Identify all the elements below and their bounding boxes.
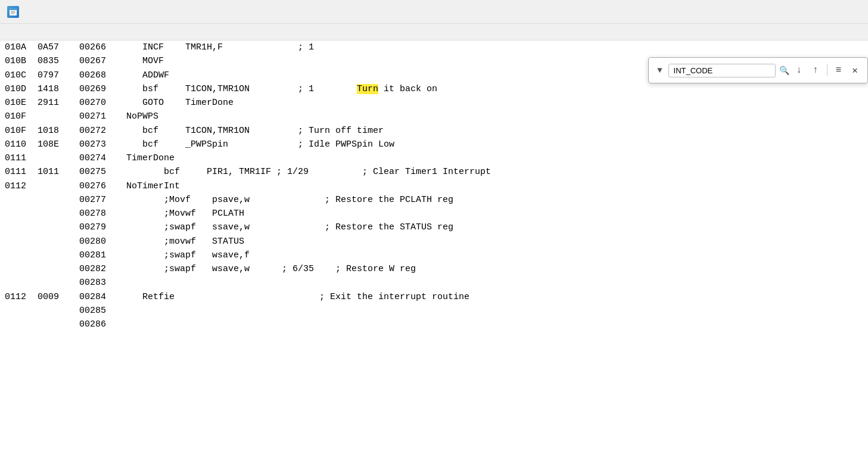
col-num: 00270 [79,96,121,110]
col-hex: 0009 [38,290,79,304]
col-hex: 2911 [38,96,79,110]
col-rest: ;Movf psave,w ; Restore the PCLATH reg [121,193,453,207]
table-row: 010E291100270 GOTO TimerDone [0,96,868,110]
code-container: 010A0A5700266 INCF TMR1H,F ; 1010B083500… [0,41,868,331]
find-next-button[interactable]: ↓ [793,63,806,77]
col-addr: 010A [5,41,38,54]
col-addr: 010F [5,110,38,123]
menu-edit[interactable] [14,31,26,33]
col-hex: 1011 [38,165,79,179]
col-num: 00266 [79,41,121,54]
find-prev-button[interactable]: ↑ [809,63,822,77]
col-addr: 0111 [5,165,38,179]
col-rest: bcf T1CON,TMR1ON ; Turn off timer [121,124,384,138]
col-num: 00279 [79,220,121,234]
code-editor: ▼ 🔍 ↓ ↑ ≡ ✕ 010A0A5700266 INCF TMR1H,F ;… [0,41,868,457]
col-rest: INCF TMR1H,F ; 1 [121,41,314,54]
col-addr: 010B [5,54,38,68]
menu-file[interactable] [2,31,14,33]
table-row: 0112000900284 Retfie ; Exit the interrup… [0,290,868,304]
col-addr: 010C [5,69,38,82]
col-rest: Retfie ; Exit the interrupt routine [121,290,469,304]
table-row: 0111101100275 bcf PIR1, TMR1IF ; 1/29 ; … [0,165,868,179]
col-rest: ;swapf wsave,f [121,248,250,262]
table-row: 00279 ;swapf ssave,w ; Restore the STATU… [0,220,868,234]
table-row: 00278 ;Movwf PCLATH [0,207,868,220]
col-hex: 0A57 [38,41,79,54]
col-num: 00284 [79,290,121,304]
table-row: 00282 ;swapf wsave,w ; 6/35 ; Restore W … [0,262,868,276]
find-chevron-icon[interactable]: ▼ [655,64,664,76]
col-hex: 0797 [38,69,79,82]
col-num: 00283 [79,276,121,290]
table-row: 00281 ;swapf wsave,f [0,248,868,262]
menu-view[interactable] [26,31,38,33]
col-rest: bcf PIR1, TMR1IF ; 1/29 ; Clear Timer1 I… [121,165,491,179]
col-rest: MOVF [121,54,164,68]
table-row: 011100274 TimerDone [0,151,868,165]
col-addr: 0112 [5,290,38,304]
highlighted-text: Turn [357,84,378,94]
find-bar: ▼ 🔍 ↓ ↑ ≡ ✕ [648,57,868,83]
table-row: 010F00271 NoPWPS [0,110,868,123]
col-num: 00280 [79,235,121,248]
find-input[interactable] [668,64,776,77]
col-num: 00273 [79,138,121,151]
find-close-button[interactable]: ✕ [848,63,861,78]
col-hex: 1018 [38,124,79,138]
col-hex: 0835 [38,54,79,68]
col-num: 00286 [79,318,121,331]
col-num: 00282 [79,262,121,276]
table-row: 011200276 NoTimerInt [0,179,868,193]
find-separator [827,64,827,76]
col-num: 00269 [79,82,121,96]
col-addr: 010E [5,96,38,110]
col-addr: 0110 [5,138,38,151]
col-rest: TimerDone [121,151,175,165]
table-row: 0110108E00273 bcf _PWPSpin ; Idle PWPSpi… [0,138,868,151]
col-addr: 010F [5,124,38,138]
title-bar [0,0,868,24]
col-num: 00285 [79,304,121,318]
table-row: 010F101800272 bcf T1CON,TMR1ON ; Turn of… [0,124,868,138]
col-rest: bsf T1CON,TMR1ON ; 1 Turn it back on [121,82,437,96]
table-row: 00286 [0,318,868,331]
table-row: 00277 ;Movf psave,w ; Restore the PCLATH… [0,193,868,207]
col-rest: bcf _PWPSpin ; Idle PWPSpin Low [121,138,394,151]
col-hex: 108E [38,138,79,151]
col-rest: ;swapf wsave,w ; 6/35 ; Restore W reg [121,262,416,276]
col-num: 00267 [79,54,121,68]
col-num: 00275 [79,165,121,179]
table-row: 00285 [0,304,868,318]
table-row: 00280 ;movwf STATUS [0,235,868,248]
col-num: 00274 [79,151,121,165]
col-rest: ;movwf STATUS [121,235,244,248]
col-rest: ;Movwf PCLATH [121,207,244,220]
table-row: 010A0A5700266 INCF TMR1H,F ; 1 [0,41,868,54]
col-num: 00272 [79,124,121,138]
col-rest: GOTO TimerDone [121,96,234,110]
col-num: 00268 [79,69,121,82]
col-num: 00281 [79,248,121,262]
col-rest: NoPWPS [121,110,158,123]
menu-bar [0,24,868,41]
app-icon [7,6,19,18]
find-search-icon: 🔍 [779,66,789,76]
col-addr: 0112 [5,179,38,193]
col-num: 00276 [79,179,121,193]
col-addr: 010D [5,82,38,96]
col-num: 00277 [79,193,121,207]
col-rest: ;swapf ssave,w ; Restore the STATUS reg [121,220,453,234]
col-hex: 1418 [38,82,79,96]
col-rest: ADDWF [121,69,169,82]
table-row: 00283 [0,276,868,290]
col-num: 00278 [79,207,121,220]
col-addr: 0111 [5,151,38,165]
find-options-button[interactable]: ≡ [832,63,845,77]
col-rest: NoTimerInt [121,179,180,193]
svg-rect-1 [10,8,17,10]
table-row: 010D141800269 bsf T1CON,TMR1ON ; 1 Turn … [0,82,868,96]
col-num: 00271 [79,110,121,123]
